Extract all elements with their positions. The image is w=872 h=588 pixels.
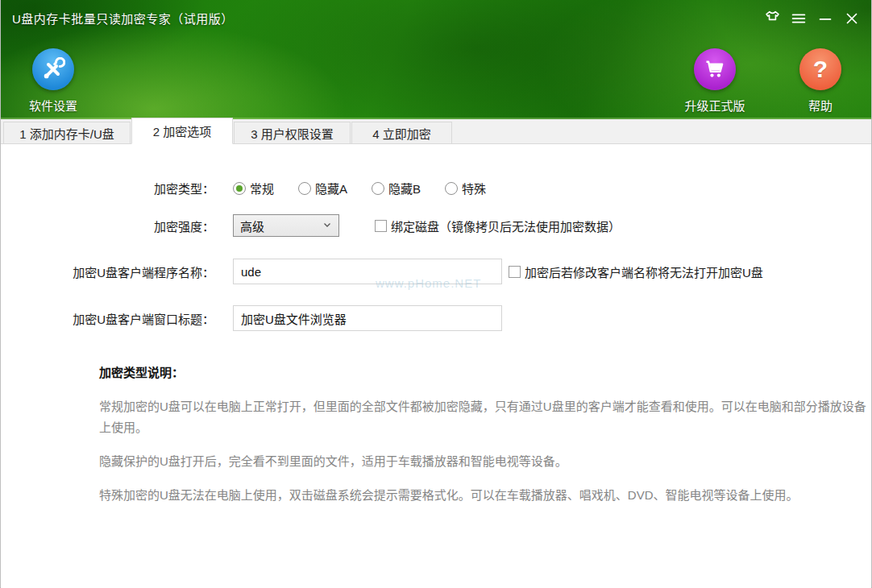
- tab-encrypt-now[interactable]: 4 立即加密: [351, 122, 452, 143]
- radio-normal-circle[interactable]: [233, 182, 246, 195]
- rename-warning-checkbox-label: 加密后若修改客户端名称将无法打开加密U盘: [525, 263, 763, 280]
- skin-icon[interactable]: [761, 7, 783, 30]
- encrypt-strength-row: 加密强度： 高级 绑定磁盘（镜像拷贝后无法使用加密数据）: [1, 214, 871, 237]
- bind-disk-checkbox-box[interactable]: [375, 220, 387, 232]
- encrypt-type-options: 常规 隐藏A 隐藏B 特殊: [233, 180, 510, 197]
- tab-add-device[interactable]: 1 添加内存卡/U盘: [3, 122, 131, 143]
- close-icon[interactable]: [841, 7, 863, 30]
- radio-hidden-b-circle[interactable]: [372, 182, 384, 195]
- radio-special-circle[interactable]: [445, 182, 458, 195]
- menu-icon[interactable]: [787, 7, 810, 30]
- chevron-down-icon: [322, 218, 332, 233]
- client-window-title-row: 加密U盘客户端窗口标题：: [1, 305, 871, 331]
- radio-special-label: 特殊: [462, 180, 486, 197]
- radio-hidden-a[interactable]: 隐藏A: [298, 180, 347, 197]
- client-window-title-label: 加密U盘客户端窗口标题：: [1, 310, 214, 327]
- client-window-title-field: [233, 305, 502, 331]
- radio-special[interactable]: 特殊: [445, 180, 486, 197]
- app-window: U盘内存卡批量只读加密专家（试用版）: [0, 0, 872, 588]
- radio-hidden-b[interactable]: 隐藏B: [372, 180, 421, 197]
- description-heading: 加密类型说明：: [99, 363, 866, 380]
- encrypt-type-row: 加密类型： 常规 隐藏A 隐藏B 特殊: [1, 180, 871, 197]
- tab-panel-encrypt-options: 加密类型： 常规 隐藏A 隐藏B 特殊: [1, 144, 871, 588]
- encrypt-strength-label: 加密强度：: [1, 217, 214, 234]
- question-mark-icon: ?: [799, 48, 841, 90]
- app-header: U盘内存卡批量只读加密专家（试用版）: [1, 0, 871, 119]
- window-title: U盘内存卡批量只读加密专家（试用版）: [12, 10, 234, 27]
- shopping-cart-icon: [694, 48, 736, 90]
- strength-select[interactable]: 高级: [233, 214, 339, 237]
- question-glyph: ?: [813, 57, 828, 81]
- radio-hidden-b-label: 隐藏B: [388, 180, 421, 197]
- radio-normal-label: 常规: [250, 180, 274, 197]
- minimize-icon[interactable]: [814, 7, 837, 30]
- description-paragraph-hidden: 隐藏保护的U盘打开后，完全看不到里面的文件，适用于车载播放器和智能电视等设备。: [99, 451, 866, 472]
- client-window-title-input[interactable]: [233, 305, 502, 331]
- encrypt-type-description: 加密类型说明： 常规加密的U盘可以在电脑上正常打开，但里面的全部文件都被加密隐藏…: [99, 363, 866, 506]
- window-controls: [761, 7, 863, 30]
- radio-hidden-a-label: 隐藏A: [315, 180, 347, 197]
- client-name-row: 加密U盘客户端程序名称： 加密后若修改客户端名称将无法打开加密U盘: [1, 259, 871, 284]
- client-name-input[interactable]: [233, 259, 502, 284]
- client-name-field: 加密后若修改客户端名称将无法打开加密U盘: [233, 259, 763, 284]
- description-paragraph-special: 特殊加密的U盘无法在电脑上使用，双击磁盘系统会提示需要格式化。可以在车载播放器、…: [99, 485, 866, 506]
- rename-warning-checkbox-box[interactable]: [509, 266, 521, 278]
- software-settings-button[interactable]: 软件设置: [12, 48, 94, 114]
- software-settings-label: 软件设置: [29, 97, 77, 114]
- rename-warning-checkbox[interactable]: 加密后若修改客户端名称将无法打开加密U盘: [509, 263, 763, 280]
- encrypt-strength-field: 高级 绑定磁盘（镜像拷贝后无法使用加密数据）: [233, 214, 621, 237]
- tools-icon: [32, 48, 74, 90]
- client-name-label: 加密U盘客户端程序名称：: [1, 263, 214, 280]
- strength-selected-value: 高级: [240, 217, 322, 234]
- help-label: 帮助: [808, 97, 833, 114]
- bind-disk-checkbox-label: 绑定磁盘（镜像拷贝后无法使用加密数据）: [391, 217, 621, 234]
- radio-hidden-a-circle[interactable]: [298, 182, 311, 195]
- upgrade-label: 升级正式版: [684, 97, 745, 114]
- tab-encrypt-options[interactable]: 2 加密选项: [131, 118, 233, 144]
- bind-disk-checkbox[interactable]: 绑定磁盘（镜像拷贝后无法使用加密数据）: [375, 217, 621, 234]
- tab-user-permissions[interactable]: 3 用户权限设置: [234, 122, 351, 143]
- help-button[interactable]: ? 帮助: [795, 48, 846, 114]
- tab-bar: 1 添加内存卡/U盘 2 加密选项 3 用户权限设置 4 立即加密: [1, 119, 871, 144]
- upgrade-button[interactable]: 升级正式版: [669, 48, 761, 114]
- radio-normal[interactable]: 常规: [233, 180, 274, 197]
- description-paragraph-normal: 常规加密的U盘可以在电脑上正常打开，但里面的全部文件都被加密隐藏，只有通过U盘里…: [99, 396, 866, 438]
- encrypt-type-label: 加密类型：: [1, 180, 214, 197]
- titlebar: U盘内存卡批量只读加密专家（试用版）: [1, 0, 871, 36]
